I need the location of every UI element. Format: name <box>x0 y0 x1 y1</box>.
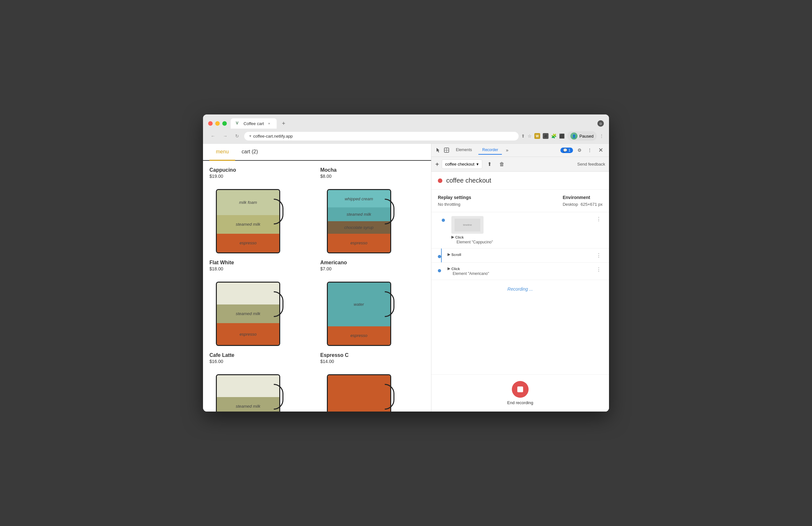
cup-body <box>327 374 391 411</box>
step-menu-button[interactable]: ⋮ <box>595 252 603 258</box>
devtools-overflow-icon[interactable]: ⋮ <box>586 146 593 154</box>
refresh-button[interactable]: ↻ <box>233 132 242 140</box>
step-expand-click-cappucino[interactable]: ▶ Click <box>451 235 464 239</box>
coffee-name-flatwhite: Flat White <box>209 260 314 266</box>
coffee-cup-mocha: whipped cream steamed milk chocolate syr… <box>320 183 394 253</box>
layer-espresso: espresso <box>217 323 279 345</box>
end-recording-bar: End recording <box>431 374 609 411</box>
layer-steamed: steamed milk <box>217 397 279 411</box>
step-dot <box>442 219 445 222</box>
share-icon[interactable]: ⬆ <box>521 133 525 138</box>
browser-tab[interactable]: V Coffee cart × <box>231 118 277 129</box>
step-expand-click-americano[interactable]: ▶ Click <box>448 267 460 271</box>
step-dot <box>438 269 441 272</box>
devtools-settings-icon[interactable]: ⚙ <box>576 146 583 154</box>
step-dot <box>438 255 441 258</box>
step-scroll: ▶ Scroll ⋮ <box>431 249 609 263</box>
profile-area[interactable]: 👤 Paused <box>567 131 597 141</box>
step-type: Scroll <box>451 253 461 257</box>
notification-badge[interactable]: 💬 1 <box>561 148 573 153</box>
nav-menu[interactable]: menu <box>209 144 235 161</box>
send-feedback-link[interactable]: Send feedback <box>577 162 605 167</box>
delete-recording-button[interactable]: 🗑 <box>497 160 507 168</box>
extension-icon-2[interactable]: ⬛ <box>543 133 549 139</box>
coffee-cup-cafelatte: steamed milk espresso <box>209 368 284 411</box>
layer-whipped: whipped cream <box>328 190 390 207</box>
export-recording-button[interactable]: ⬆ <box>485 160 494 168</box>
coffee-name-espressoc: Espresso C <box>320 352 425 358</box>
coffee-item-americano[interactable]: Americano $7.00 water espresso <box>320 260 425 346</box>
cup-handle <box>385 384 394 410</box>
svg-marker-0 <box>437 148 439 152</box>
env-device: Desktop <box>563 202 578 207</box>
coffee-item-flatwhite[interactable]: Flat White $18.00 steamed milk espresso <box>209 260 314 346</box>
coffee-name-cafelatte: Cafe Latte <box>209 352 314 358</box>
puzzle-icon[interactable]: ⬛ <box>559 133 565 138</box>
cup-handle <box>385 291 394 317</box>
devtools-header: Elements Recorder » 💬 1 ⚙ ⋮ ✕ <box>431 144 609 157</box>
step-menu-button[interactable]: ⋮ <box>595 267 603 273</box>
coffee-item-mocha[interactable]: Mocha $8.00 whipped cream steamed milk c… <box>320 167 425 253</box>
bookmark-icon[interactable]: ☆ <box>527 133 532 138</box>
replay-settings: Replay settings No throttling Environmen… <box>431 190 609 212</box>
forward-button[interactable]: → <box>220 132 230 140</box>
coffee-grid: Cappucino $19.00 milk foam steamed milk … <box>203 161 431 411</box>
devtools-close-button[interactable]: ✕ <box>596 146 605 154</box>
step-click-americano: ▶ Click Element "Americano" ⋮ <box>431 263 609 280</box>
layer-steamed: steamed milk <box>217 215 279 234</box>
cup-body: steamed milk espresso <box>216 282 280 346</box>
minimize-button[interactable] <box>215 121 220 126</box>
layer-foam: milk foam <box>217 190 279 215</box>
recorder-toolbar: + coffee checkout ▾ ⬆ 🗑 Send feedback <box>431 157 609 172</box>
chevron-down-icon: ▾ <box>477 162 479 167</box>
cup-body: water espresso <box>327 282 391 346</box>
devtools-tab-elements[interactable]: Elements <box>452 146 476 155</box>
env-size: 625×671 px <box>581 202 603 207</box>
replay-settings-label: Replay settings <box>438 195 471 200</box>
avatar: 👤 <box>570 133 578 139</box>
add-recording-button[interactable]: + <box>435 161 439 167</box>
step-expand-scroll[interactable]: ▶ Scroll <box>448 252 461 257</box>
devtools-tab-recorder[interactable]: Recorder <box>478 146 502 155</box>
tab-bar: V Coffee cart × + <box>231 118 594 129</box>
steps-container: timeline ▶ Click Element "Cappucino" ⋮ <box>431 212 609 374</box>
replay-settings-col: Replay settings No throttling <box>438 195 471 207</box>
extension-icon-1[interactable]: W <box>534 133 540 139</box>
step-content: ▶ Scroll <box>448 252 591 257</box>
back-button[interactable]: ← <box>208 132 218 140</box>
cup-handle <box>385 199 394 224</box>
step-detail-americano: Element "Americano" <box>448 271 591 276</box>
layer-foam <box>217 375 279 397</box>
recording-select[interactable]: coffee checkout ▾ <box>442 160 482 169</box>
cursor-tool-icon[interactable] <box>435 147 441 153</box>
step-menu-button[interactable]: ⋮ <box>595 216 603 222</box>
coffee-name-cappucino: Cappucino <box>209 167 314 173</box>
extension-icon-3[interactable]: 🧩 <box>551 133 556 138</box>
cup-handle <box>274 199 284 224</box>
coffee-item-cappucino[interactable]: Cappucino $19.00 milk foam steamed milk … <box>209 167 314 253</box>
tab-favicon-icon: V <box>236 121 241 126</box>
step-type: Click <box>455 235 464 239</box>
tab-close-button[interactable]: × <box>266 121 272 126</box>
coffee-item-cafelatte[interactable]: Cafe Latte $16.00 steamed milk espresso <box>209 352 314 411</box>
devtools-more-tabs[interactable]: » <box>505 146 510 154</box>
maximize-button[interactable] <box>222 121 227 126</box>
browser-window: V Coffee cart × + ⊙ ← → ↻ ▾ coffee-cart.… <box>203 115 609 411</box>
environment-col: Environment Desktop 625×671 px <box>563 195 603 207</box>
main-content: menu cart (2) Cappucino $19.00 milk foam… <box>203 144 609 411</box>
throttle-value: No throttling <box>438 202 471 207</box>
nav-cart[interactable]: cart (2) <box>235 144 264 160</box>
address-input[interactable]: ▾ coffee-cart.netlify.app <box>244 132 519 140</box>
coffee-item-espressoc[interactable]: Espresso C $14.00 Total: $26.00 <box>320 352 425 411</box>
close-button[interactable] <box>208 121 213 126</box>
inspect-tool-icon[interactable] <box>444 147 449 153</box>
recording-title-bar: coffee checkout <box>431 172 609 190</box>
env-label: Environment <box>563 195 603 200</box>
step-content: timeline ▶ Click Element "Cappucino" <box>451 216 591 244</box>
coffee-cup-cappucino: milk foam steamed milk espresso <box>209 183 284 253</box>
layer-steamed: steamed milk <box>217 304 279 323</box>
layer-chocolate: chocolate syrup <box>328 221 390 234</box>
menu-icon[interactable]: ⋮ <box>599 133 604 138</box>
new-tab-button[interactable]: + <box>279 119 288 128</box>
end-recording-button[interactable] <box>512 381 528 398</box>
